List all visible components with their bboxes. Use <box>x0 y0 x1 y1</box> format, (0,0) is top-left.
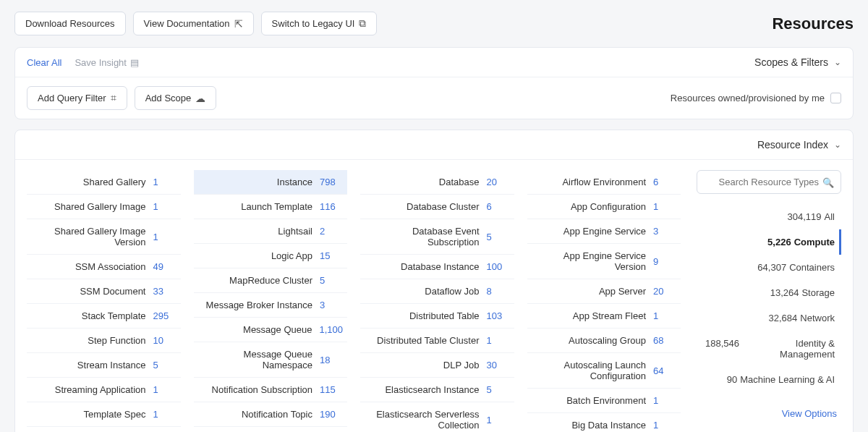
chevron-down-icon[interactable]: ⌄ <box>834 140 841 150</box>
category-label: Containers <box>789 262 835 273</box>
switch-legacy-button[interactable]: ⧉ Switch to Legacy UI <box>261 12 378 35</box>
resource-row[interactable]: Stack Template295 <box>27 304 181 329</box>
switch-legacy-label: Switch to Legacy UI <box>272 18 355 29</box>
resource-row[interactable]: Autoscaling Group68 <box>527 329 681 353</box>
header-actions: ⧉ Switch to Legacy UI ⇱ View Documentati… <box>14 12 377 35</box>
resource-row[interactable]: Distributed Table103 <box>360 304 514 329</box>
resource-row[interactable]: Private Image1,466 <box>194 427 348 432</box>
resource-count: 1 <box>653 420 676 431</box>
view-docs-button[interactable]: ⇱ View Documentation <box>133 12 254 35</box>
resource-label: Instance <box>198 177 313 187</box>
clear-all-link[interactable]: Clear All <box>27 57 61 68</box>
resource-row[interactable]: Shared Gallery Image1 <box>27 195 181 219</box>
resource-row[interactable]: Distributed Table Cluster1 <box>360 329 514 353</box>
add-scope-button[interactable]: ☁ Add Scope <box>135 86 217 110</box>
resource-label: Database Cluster <box>365 201 480 212</box>
resource-row[interactable]: App Server20 <box>527 279 681 304</box>
resource-row[interactable]: Launch Template116 <box>194 195 348 219</box>
resource-row[interactable]: Step Function10 <box>27 329 181 353</box>
chevron-down-icon[interactable]: ⌄ <box>834 57 841 67</box>
resource-label: Streaming Application <box>31 384 146 395</box>
resource-row[interactable]: Message Queue1,100 <box>194 318 348 342</box>
resource-count: 1,100 <box>319 324 343 335</box>
resource-label: DLP Job <box>365 360 480 370</box>
resource-row[interactable]: Airflow Environment6 <box>527 170 681 195</box>
download-button[interactable]: Download Resources <box>14 12 126 35</box>
view-options-link[interactable]: View Options <box>697 402 841 425</box>
resource-label: Logic App <box>198 250 313 261</box>
owned-checkbox[interactable] <box>830 93 841 103</box>
resource-row[interactable]: SSM Association49 <box>27 255 181 279</box>
category-item[interactable]: Compute 5,226 <box>697 229 841 255</box>
resource-row[interactable]: Notification Topic190 <box>194 402 348 427</box>
resource-column: Shared Gallery1Shared Gallery Image1Shar… <box>27 170 181 432</box>
resource-label: Launch Template <box>198 201 313 212</box>
category-item[interactable]: Machine Learning & AI 90 <box>697 367 841 392</box>
resource-columns: Airflow Environment6App Configuration1Ap… <box>27 170 681 432</box>
resource-count: 295 <box>153 310 176 321</box>
resource-row[interactable]: Autoscaling Launch Configuration64 <box>527 353 681 389</box>
resource-row[interactable]: Database Instance100 <box>360 255 514 279</box>
resource-row[interactable]: Batch Environment1 <box>527 389 681 413</box>
category-label: Storage <box>801 287 835 298</box>
resource-row[interactable]: Instance798 <box>194 170 348 195</box>
save-insight-button[interactable]: ▤ Save Insight <box>75 57 139 68</box>
resource-row[interactable]: Dataflow Job8 <box>360 279 514 304</box>
resource-label: Notification Subscription <box>198 384 313 395</box>
resource-row[interactable]: Streaming Application1 <box>27 378 181 402</box>
resource-column: Airflow Environment6App Configuration1Ap… <box>527 170 681 432</box>
funnel-icon: ⌗ <box>111 92 116 104</box>
resource-row[interactable]: Notification Subscription115 <box>194 378 348 402</box>
resource-row[interactable]: Stream Instance5 <box>27 353 181 378</box>
resource-row[interactable]: Shared Gallery1 <box>27 170 181 195</box>
resource-row[interactable]: Elasticsearch Instance5 <box>360 378 514 402</box>
resource-count: 1 <box>153 384 176 395</box>
category-count: 5,226 <box>767 237 791 247</box>
category-item[interactable]: Identity & Management 188,546 <box>697 331 841 367</box>
resource-count: 8 <box>487 286 510 297</box>
owned-filter[interactable]: Resources owned/provisioned by me <box>671 93 841 103</box>
resource-count: 49 <box>153 261 176 272</box>
download-label: Download Resources <box>25 18 115 29</box>
category-count: 32,684 <box>769 313 798 323</box>
category-item[interactable]: Storage 13,264 <box>697 280 841 305</box>
scopes-card: ⌄ Scopes & Filters ▤ Save Insight Clear … <box>14 47 854 119</box>
resource-row[interactable]: Message Queue Namespace18 <box>194 342 348 378</box>
resource-row[interactable]: Template Spec1 <box>27 402 181 427</box>
category-item[interactable]: All 304,119 <box>697 204 841 229</box>
resource-label: App Engine Service <box>532 226 647 237</box>
resource-row[interactable]: Database20 <box>360 170 514 195</box>
resource-row[interactable]: Shared Gallery Image Version1 <box>27 219 181 255</box>
resource-count: 68 <box>653 335 676 346</box>
resource-count: 33 <box>153 286 176 297</box>
resource-row[interactable]: Message Broker Instance3 <box>194 293 348 318</box>
add-query-filter-button[interactable]: ⌗ Add Query Filter <box>27 86 127 110</box>
resource-row[interactable]: App Stream Fleet1 <box>527 304 681 329</box>
resource-label: Database <box>365 177 480 187</box>
resource-count: 18 <box>320 355 343 365</box>
resource-row[interactable]: MapReduce Cluster5 <box>194 268 348 293</box>
resource-row[interactable]: Transcoding Pipeline1 <box>27 427 181 432</box>
resource-row[interactable]: Logic App15 <box>194 244 348 268</box>
resource-column: Database20Database Cluster6Database Even… <box>360 170 514 432</box>
resource-label: Batch Environment <box>532 395 647 406</box>
resource-row[interactable]: Elasticsearch Serverless Collection1 <box>360 402 514 432</box>
resource-count: 798 <box>320 177 343 187</box>
resource-row[interactable]: DLP Job30 <box>360 353 514 378</box>
category-item[interactable]: Containers 64,307 <box>697 255 841 280</box>
resource-row[interactable]: Lightsail2 <box>194 219 348 244</box>
resource-label: Airflow Environment <box>532 177 647 187</box>
resource-label: Elasticsearch Serverless Collection <box>365 409 480 431</box>
resource-row[interactable]: SSM Document33 <box>27 279 181 304</box>
resource-count: 3 <box>653 226 676 237</box>
resource-row[interactable]: App Engine Service3 <box>527 219 681 244</box>
category-item[interactable]: Network 32,684 <box>697 305 841 331</box>
search-input[interactable] <box>697 170 841 194</box>
resource-row[interactable]: Database Event Subscription5 <box>360 219 514 255</box>
resource-row[interactable]: App Engine Service Version9 <box>527 244 681 279</box>
resource-row[interactable]: Big Data Instance1 <box>527 413 681 432</box>
resource-label: Dataflow Job <box>365 286 480 297</box>
resource-row[interactable]: App Configuration1 <box>527 195 681 219</box>
category-label: Identity & Management <box>742 338 835 360</box>
resource-row[interactable]: Database Cluster6 <box>360 195 514 219</box>
